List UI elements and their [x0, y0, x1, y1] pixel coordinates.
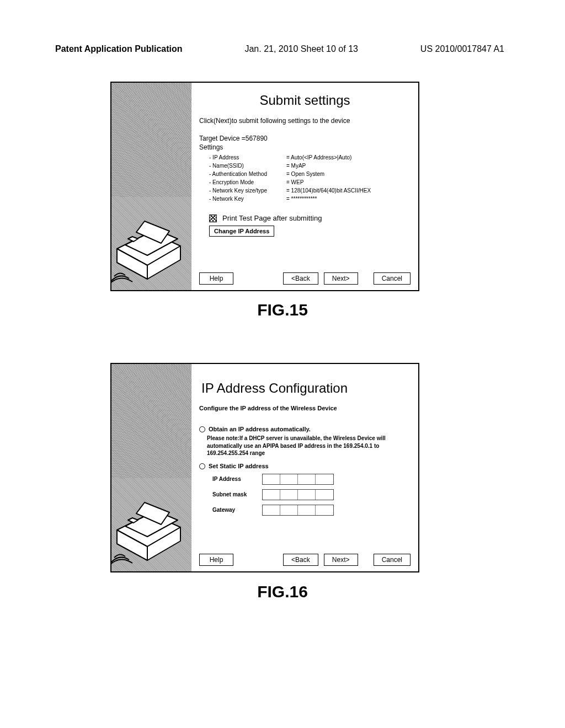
gateway-input[interactable]	[262, 505, 334, 516]
button-row: Help <Back Next> Cancel	[199, 546, 411, 566]
setting-row-ssid: - Name(SSID)= MyAP	[209, 162, 411, 170]
ip-address-row: IP Address	[212, 474, 411, 485]
static-ip-fields: IP Address Subnet mask Gateway	[212, 474, 411, 516]
subnet-row: Subnet mask	[212, 489, 411, 500]
target-device-line: Target Device =567890	[199, 135, 411, 142]
figure-caption-16: FIG.16	[0, 582, 565, 601]
printer-icon	[111, 469, 191, 566]
help-button[interactable]: Help	[199, 554, 233, 566]
setting-row-netkey: - Network Key= ************	[209, 195, 411, 203]
setting-row-ip-address: - IP Address= Auto(<IP Address>|Auto)	[209, 153, 411, 162]
back-button[interactable]: <Back	[283, 272, 318, 285]
page-header: Patent Application Publication Jan. 21, …	[0, 44, 565, 54]
ip-address-input[interactable]	[262, 474, 334, 485]
dialog-content: Submit settings Click(Next)to submit fol…	[191, 83, 418, 290]
next-button[interactable]: Next>	[324, 272, 358, 285]
settings-list: - IP Address= Auto(<IP Address>|Auto) - …	[209, 153, 411, 203]
header-right: US 2010/0017847 A1	[420, 44, 504, 54]
radio-static-label: Set Static IP address	[209, 463, 411, 469]
setting-row-encryption: - Encryption Mode= WEP	[209, 178, 411, 186]
header-center: Jan. 21, 2010 Sheet 10 of 13	[244, 44, 358, 54]
gateway-label: Gateway	[212, 507, 262, 513]
dialog-content: IP Address Configuration Configure the I…	[191, 364, 418, 571]
dialog-sidebar	[111, 83, 191, 290]
dialog-submit-settings: Submit settings Click(Next)to submit fol…	[110, 82, 419, 291]
ip-config-radio-group: Obtain an IP address automatically. Plea…	[199, 426, 411, 520]
radio-auto-label: Obtain an IP address automatically.	[209, 426, 411, 432]
print-test-label: Print Test Page after submitting	[222, 214, 322, 222]
radio-icon[interactable]	[199, 463, 205, 469]
cancel-button[interactable]: Cancel	[374, 272, 411, 285]
print-test-checkbox-row[interactable]: Print Test Page after submitting	[209, 214, 411, 222]
dialog-title: IP Address Configuration	[201, 381, 411, 396]
change-ip-button[interactable]: Change IP Address	[209, 226, 274, 237]
cancel-button[interactable]: Cancel	[374, 554, 411, 566]
dialog-ip-config: IP Address Configuration Configure the I…	[110, 363, 419, 572]
help-button[interactable]: Help	[199, 272, 233, 285]
dialog-title: Submit settings	[199, 93, 411, 108]
next-button[interactable]: Next>	[324, 554, 358, 566]
setting-row-keysize: - Network Key size/type= 128(104)bit/64(…	[209, 186, 411, 195]
radio-static-ip[interactable]: Set Static IP address	[199, 463, 411, 469]
gateway-row: Gateway	[212, 505, 411, 516]
radio-auto-note: Please note:If a DHCP server is unavaila…	[207, 435, 411, 457]
back-button[interactable]: <Back	[283, 554, 318, 566]
subnet-input[interactable]	[262, 489, 334, 500]
header-left: Patent Application Publication	[55, 44, 183, 54]
button-row: Help <Back Next> Cancel	[199, 265, 411, 285]
subnet-label: Subnet mask	[212, 491, 262, 497]
settings-heading: Settings	[199, 143, 411, 151]
ip-address-label: IP Address	[212, 476, 262, 482]
dialog-instruction: Click(Next)to submit following settings …	[199, 117, 411, 125]
checkbox-icon[interactable]	[209, 215, 217, 222]
figure-caption-15: FIG.15	[0, 301, 565, 319]
setting-row-auth: - Authentication Method= Open System	[209, 170, 411, 178]
radio-auto-ip[interactable]: Obtain an IP address automatically.	[199, 426, 411, 432]
radio-icon[interactable]	[199, 426, 205, 432]
dialog-instruction: Configure the IP address of the Wireless…	[199, 405, 411, 411]
printer-icon	[111, 188, 191, 285]
dialog-sidebar	[111, 364, 191, 571]
